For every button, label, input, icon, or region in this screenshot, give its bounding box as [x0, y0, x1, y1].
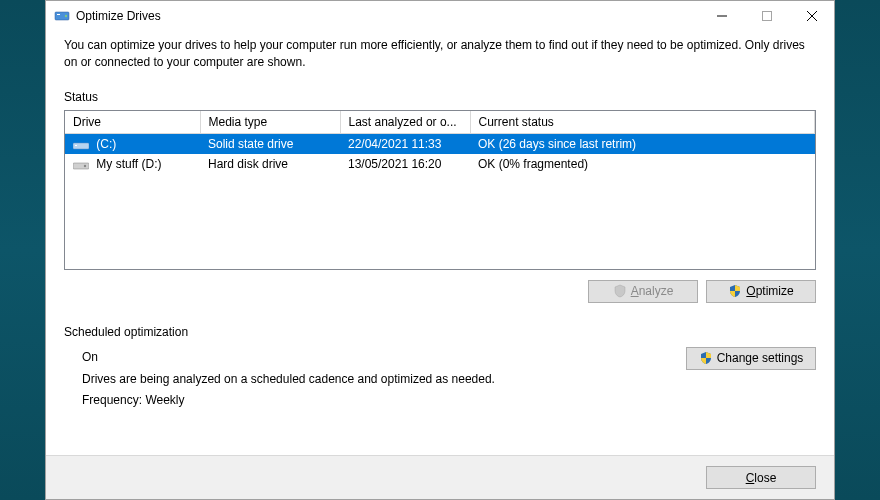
scheduled-section-label: Scheduled optimization	[64, 325, 816, 339]
svg-point-2	[65, 15, 67, 17]
drive-media: Solid state drive	[200, 133, 340, 154]
drive-row[interactable]: My stuff (D:) Hard disk drive 13/05/2021…	[65, 154, 815, 174]
intro-text: You can optimize your drives to help you…	[64, 37, 816, 72]
close-text: lose	[754, 471, 776, 485]
schedule-frequency: Frequency: Weekly	[82, 390, 686, 410]
drive-name: (C:)	[96, 137, 116, 151]
change-settings-button[interactable]: Change settings	[686, 347, 816, 370]
column-headers[interactable]: Drive Media type Last analyzed or o... C…	[65, 111, 815, 134]
analyze-button: Analyze	[588, 280, 698, 303]
drive-list[interactable]: Drive Media type Last analyzed or o... C…	[64, 110, 816, 270]
close-dialog-button[interactable]: Close	[706, 466, 816, 489]
minimize-button[interactable]	[699, 2, 744, 30]
shield-icon	[728, 284, 742, 298]
col-media[interactable]: Media type	[200, 111, 340, 134]
drive-actions: Analyze Optimize	[64, 280, 816, 303]
window-title: Optimize Drives	[76, 9, 699, 23]
drive-last: 13/05/2021 16:20	[340, 154, 470, 174]
drive-optimize-icon	[54, 8, 70, 24]
shield-icon	[613, 284, 627, 298]
col-status[interactable]: Current status	[470, 111, 815, 134]
ssd-drive-icon	[73, 140, 89, 150]
drive-name: My stuff (D:)	[96, 157, 161, 171]
svg-rect-4	[762, 12, 771, 21]
drive-status: OK (26 days since last retrim)	[470, 133, 815, 154]
content-area: You can optimize your drives to help you…	[46, 31, 834, 455]
change-settings-text: Change settings	[717, 351, 804, 365]
svg-point-10	[84, 164, 86, 166]
status-section-label: Status	[64, 90, 816, 104]
close-button[interactable]	[789, 2, 834, 30]
drive-row[interactable]: (C:) Solid state drive 22/04/2021 11:33 …	[65, 133, 815, 154]
maximize-button	[744, 2, 789, 30]
col-last[interactable]: Last analyzed or o...	[340, 111, 470, 134]
shield-icon	[699, 351, 713, 365]
drive-last: 22/04/2021 11:33	[340, 133, 470, 154]
analyze-text: nalyze	[639, 284, 674, 298]
footer: Close	[46, 455, 834, 499]
scheduled-optimization: On Drives are being analyzed on a schedu…	[64, 347, 816, 410]
window-controls	[699, 2, 834, 30]
hdd-drive-icon	[73, 160, 89, 170]
svg-rect-9	[73, 163, 89, 169]
drive-status: OK (0% fragmented)	[470, 154, 815, 174]
optimize-button[interactable]: Optimize	[706, 280, 816, 303]
svg-rect-1	[57, 14, 60, 15]
schedule-state: On	[82, 347, 686, 367]
drive-media: Hard disk drive	[200, 154, 340, 174]
svg-rect-8	[75, 145, 77, 146]
optimize-text: ptimize	[756, 284, 794, 298]
col-drive[interactable]: Drive	[65, 111, 200, 134]
titlebar: Optimize Drives	[46, 1, 834, 31]
optimize-drives-window: Optimize Drives You can optimize your dr…	[45, 0, 835, 500]
schedule-description: Drives are being analyzed on a scheduled…	[82, 369, 686, 389]
